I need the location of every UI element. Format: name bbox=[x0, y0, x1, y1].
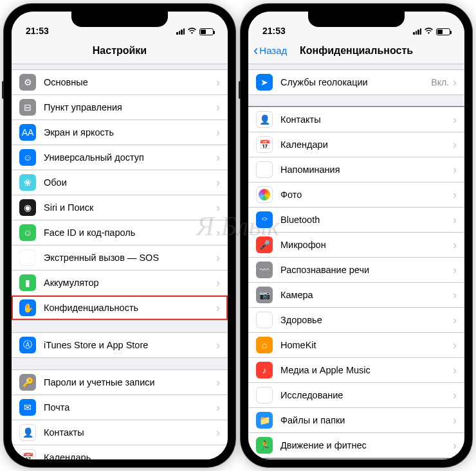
status-time: 21:53 bbox=[262, 26, 286, 36]
settings-row[interactable]: ☺Face ID и код-пароль› bbox=[12, 220, 228, 245]
chevron-right-icon: › bbox=[216, 226, 220, 240]
settings-group: 🔑Пароли и учетные записи›✉Почта›👤Контакт… bbox=[12, 369, 228, 459]
settings-row[interactable]: 🔑Пароли и учетные записи› bbox=[12, 369, 228, 395]
settings-row[interactable]: ❀Обои› bbox=[12, 170, 228, 195]
row-label: Face ID и код-пароль bbox=[44, 227, 216, 238]
settings-row[interactable]: ⒶiTunes Store и App Store› bbox=[12, 332, 228, 358]
settings-group: 👤Контакты›📅Календари›☰Напоминания›Фото›⌔… bbox=[248, 107, 464, 458]
row-label: Движение и фитнес bbox=[280, 440, 453, 450]
row-label: Напоминания bbox=[280, 164, 453, 175]
research-icon: ⫴ bbox=[256, 387, 273, 404]
appstore-icon: Ⓐ bbox=[19, 337, 36, 353]
settings-row[interactable]: ⫴Исследование› bbox=[248, 382, 464, 407]
cellular-icon bbox=[413, 28, 421, 35]
chevron-right-icon: › bbox=[216, 376, 220, 389]
settings-row[interactable]: ♥Здоровье› bbox=[248, 307, 464, 332]
chevron-right-icon: › bbox=[216, 201, 220, 215]
chevron-right-icon: › bbox=[453, 188, 457, 202]
settings-row[interactable]: ⌔Bluetooth› bbox=[248, 207, 464, 232]
settings-row[interactable]: SOSЭкстренный вызов — SOS› bbox=[12, 245, 228, 270]
back-button[interactable]: ‹ Назад bbox=[253, 44, 287, 58]
status-time: 21:53 bbox=[26, 26, 49, 36]
settings-row[interactable]: ⚙Основные› bbox=[12, 69, 228, 94]
settings-list[interactable]: ⚙Основные›⊟Пункт управления›AAЭкран и яр… bbox=[12, 64, 228, 459]
settings-row[interactable]: ☺Универсальный доступ› bbox=[12, 145, 228, 170]
screen-right: 21:53 ‹ Назад Конфиденциальность ➤Службы… bbox=[248, 12, 464, 459]
settings-row[interactable]: ⌂HomeKit› bbox=[248, 332, 464, 357]
chevron-right-icon: › bbox=[216, 276, 220, 290]
row-label: Календарь bbox=[44, 452, 216, 459]
settings-row[interactable]: AAЭкран и яркость› bbox=[12, 120, 228, 145]
settings-row[interactable]: 📅Календари› bbox=[248, 132, 464, 157]
wifi-icon bbox=[424, 27, 434, 36]
settings-row[interactable]: ☰Напоминания› bbox=[248, 157, 464, 182]
control-center-icon: ⊟ bbox=[19, 99, 36, 116]
chevron-right-icon: › bbox=[216, 76, 220, 89]
row-label: Распознавание речи bbox=[280, 265, 453, 275]
settings-row[interactable]: 📁Файлы и папки› bbox=[248, 407, 464, 432]
back-label: Назад bbox=[259, 45, 287, 56]
settings-row[interactable]: 🎤Микрофон› bbox=[248, 232, 464, 257]
chevron-right-icon: › bbox=[453, 76, 457, 89]
nav-bar: ‹ Назад Конфиденциальность bbox=[248, 37, 464, 64]
settings-row[interactable]: ▮Аккумулятор› bbox=[12, 270, 228, 295]
accessibility-icon: ☺ bbox=[19, 149, 36, 166]
settings-row[interactable]: ✋Конфиденциальность› bbox=[12, 295, 228, 321]
chevron-right-icon: › bbox=[453, 389, 457, 402]
music-icon: ♪ bbox=[256, 362, 273, 378]
settings-row[interactable]: ⊟Пункт управления› bbox=[12, 94, 228, 120]
row-label: Пароли и учетные записи bbox=[44, 377, 216, 387]
row-label: Аккумулятор bbox=[44, 278, 216, 288]
settings-row[interactable]: ◉Siri и Поиск› bbox=[12, 195, 228, 220]
settings-row[interactable]: 📅Календарь› bbox=[12, 445, 228, 459]
row-label: Экстренный вызов — SOS bbox=[44, 253, 216, 263]
page-title: Настройки bbox=[93, 45, 147, 57]
row-label: Фото bbox=[280, 190, 453, 200]
cellular-icon bbox=[176, 28, 185, 35]
row-label: iTunes Store и App Store bbox=[44, 340, 216, 350]
row-label: HomeKit bbox=[280, 340, 453, 350]
settings-row[interactable]: ♪Медиа и Apple Music› bbox=[248, 357, 464, 382]
row-label: Почта bbox=[44, 402, 216, 413]
settings-row[interactable]: Фото› bbox=[248, 182, 464, 207]
contacts-icon: 👤 bbox=[19, 424, 36, 441]
settings-group: ➤Службы геолокацииВкл.› bbox=[248, 69, 464, 95]
row-label: Здоровье bbox=[280, 315, 453, 325]
settings-row[interactable]: 〰Распознавание речи› bbox=[248, 257, 464, 282]
settings-row[interactable]: ➤Службы геолокацииВкл.› bbox=[248, 69, 464, 95]
row-label: Пункт управления bbox=[44, 102, 216, 112]
files-icon: 📁 bbox=[256, 412, 273, 429]
chevron-right-icon: › bbox=[216, 426, 220, 440]
settings-group: ⚙Основные›⊟Пункт управления›AAЭкран и яр… bbox=[12, 69, 228, 321]
battery-icon: ▮ bbox=[19, 274, 36, 291]
notch bbox=[308, 10, 405, 27]
chevron-right-icon: › bbox=[453, 364, 457, 377]
chevron-right-icon: › bbox=[453, 289, 457, 302]
row-label: Обои bbox=[44, 177, 216, 188]
speech-icon: 〰 bbox=[256, 262, 273, 278]
row-label: Исследование bbox=[280, 390, 453, 400]
settings-row[interactable]: 👤Контакты› bbox=[248, 107, 464, 132]
privacy-list[interactable]: ➤Службы геолокацииВкл.›👤Контакты›📅Календ… bbox=[248, 64, 464, 459]
settings-row[interactable]: 👤Контакты› bbox=[12, 420, 228, 445]
chevron-right-icon: › bbox=[453, 138, 457, 152]
sos-icon: SOS bbox=[19, 249, 36, 266]
row-label: Siri и Поиск bbox=[44, 202, 216, 213]
wallpaper-icon: ❀ bbox=[19, 174, 36, 191]
row-label: Основные bbox=[44, 77, 216, 87]
gear-icon: ⚙ bbox=[19, 74, 36, 91]
calendars-icon: 📅 bbox=[256, 136, 273, 153]
row-label: Bluetooth bbox=[280, 215, 453, 225]
phone-right: 21:53 ‹ Назад Конфиденциальность ➤Службы… bbox=[241, 4, 472, 467]
chevron-right-icon: › bbox=[216, 151, 220, 164]
settings-row[interactable]: 📷Камера› bbox=[248, 282, 464, 307]
page-title: Конфиденциальность bbox=[300, 45, 413, 57]
row-label: Контакты bbox=[280, 114, 453, 125]
siri-icon: ◉ bbox=[19, 199, 36, 216]
mail-icon: ✉ bbox=[19, 399, 36, 416]
settings-row[interactable]: ✉Почта› bbox=[12, 395, 228, 420]
settings-group: ⒶiTunes Store и App Store› bbox=[12, 332, 228, 358]
settings-row[interactable]: 🏃Движение и фитнес› bbox=[248, 432, 464, 458]
chevron-right-icon: › bbox=[453, 113, 457, 127]
row-label: Файлы и папки bbox=[280, 415, 453, 425]
